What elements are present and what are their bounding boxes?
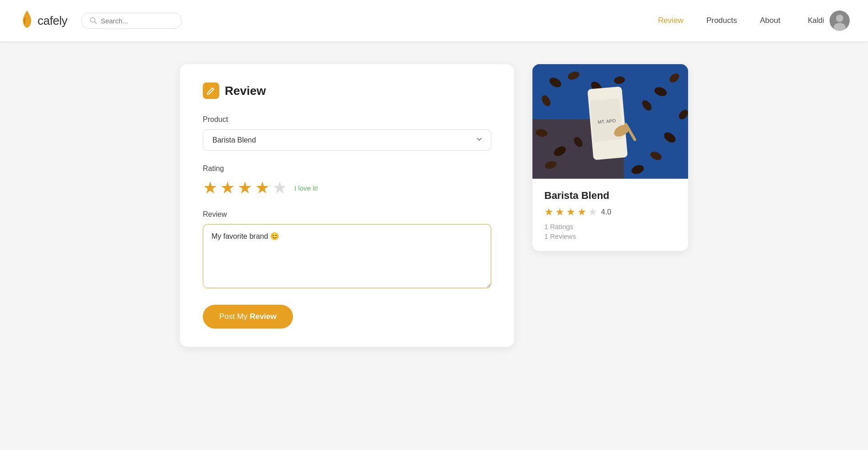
card-title: Review [225,84,266,98]
star-5[interactable]: ★ [272,178,287,198]
product-rating-row: ★ ★ ★ ★ ★ 4.0 [544,206,676,218]
star-4[interactable]: ★ [255,178,270,198]
pencil-icon [206,86,216,95]
review-textarea[interactable]: My favorite brand 😊 [203,224,491,288]
product-reviews-count: 1 Reviews [544,232,676,240]
product-card-name: Barista Blend [544,190,676,202]
star-1[interactable]: ★ [203,178,217,198]
nav-item-about[interactable]: About [760,16,780,25]
svg-point-3 [836,15,843,22]
nav-item-review[interactable]: Review [658,16,684,25]
review-form-card: Review Product Barista Blend Espresso Bl… [180,64,514,347]
product-star-5: ★ [588,206,597,218]
stars-row[interactable]: ★ ★ ★ ★ ★ I love it! [203,178,491,198]
rating-text: I love it! [294,184,318,192]
search-box[interactable] [81,13,182,29]
product-select-wrapper: Barista Blend Espresso Blend Single Orig… [203,129,491,151]
search-input[interactable] [101,17,173,25]
product-info-body: Barista Blend ★ ★ ★ ★ ★ 4.0 1 Ratings 1 … [532,179,688,251]
product-ratings-count: 1 Ratings [544,223,676,230]
card-title-row: Review [203,82,491,99]
nav-item-products[interactable]: Products [706,16,737,25]
product-image-svg: MT. APO [532,64,688,179]
product-star-3: ★ [566,206,575,218]
product-rating-number: 4.0 [601,208,611,216]
product-label: Product [203,115,491,124]
product-star-2: ★ [555,206,564,218]
main-nav: Review Products About [658,16,780,25]
review-icon [203,82,219,99]
review-section: Review My favorite brand 😊 [203,210,491,290]
product-star-4: ★ [577,206,586,218]
header: cafely Review Products About Kaldi [0,0,868,41]
rating-label: Rating [203,165,491,173]
star-2[interactable]: ★ [220,178,235,198]
post-button-suffix: Review [250,312,277,321]
main-content: Review Product Barista Blend Espresso Bl… [114,41,754,370]
search-icon [90,17,97,24]
user-name: Kaldi [808,16,824,25]
star-3[interactable]: ★ [238,178,252,198]
product-info-card: MT. APO Barista Blend ★ ★ ★ ★ ★ 4.0 1 Ra… [532,64,688,251]
review-label: Review [203,210,491,219]
svg-line-1 [94,22,96,24]
rating-section: Rating ★ ★ ★ ★ ★ I love it! [203,165,491,198]
product-field: Product Barista Blend Espresso Blend Sin… [203,115,491,151]
logo-text: cafely [38,14,67,28]
product-image: MT. APO [532,64,688,179]
post-button-prefix: Post My [219,312,247,321]
logo[interactable]: cafely [18,10,67,32]
product-select[interactable]: Barista Blend Espresso Blend Single Orig… [203,129,491,151]
avatar[interactable] [830,11,850,31]
post-review-button[interactable]: Post My Review [203,305,293,329]
user-area: Kaldi [808,11,850,31]
product-star-1: ★ [544,206,553,218]
